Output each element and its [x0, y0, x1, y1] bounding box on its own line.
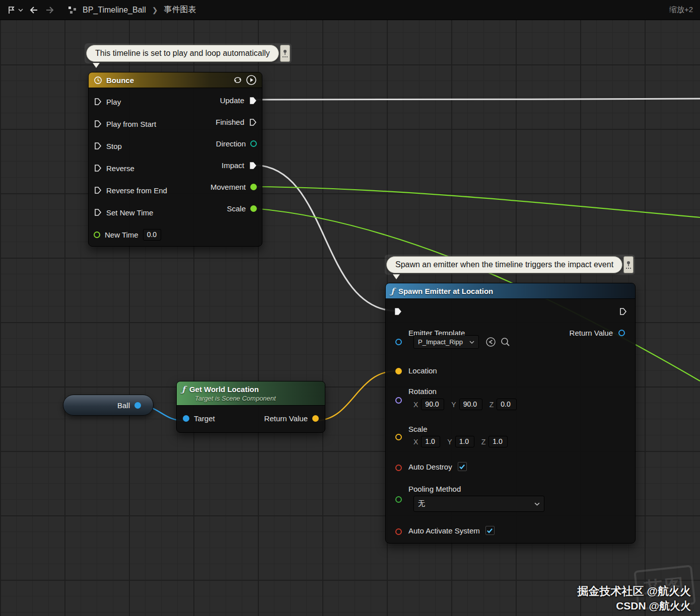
exec-in-pin[interactable] — [394, 307, 402, 316]
target-label: Target — [194, 414, 215, 423]
pin-label: Play from Start — [106, 120, 156, 128]
pin-label: Direction — [216, 139, 246, 148]
input-row-play-from-start: Play from Start — [94, 113, 167, 135]
rotation-fields: X 90.0 Y 90.0 Z 0.0 — [413, 399, 517, 410]
enum-pin-pooling-method[interactable] — [395, 496, 402, 503]
watermark-line2: CSDN @航火火 — [577, 599, 691, 613]
output-row-direction: Direction — [211, 133, 257, 155]
auto-destroy-checkbox[interactable] — [458, 462, 467, 471]
comment-pin-toggle[interactable] — [623, 256, 634, 273]
object-pin-return-value[interactable] — [618, 330, 625, 336]
scale-label: Scale — [408, 425, 428, 433]
rotator-pin-rotation[interactable] — [395, 397, 402, 404]
auto-destroy-row: Auto Destroy — [408, 462, 467, 471]
gwl-node-subtitle: Target is Scene Component — [182, 395, 276, 402]
bool-pin-auto-activate[interactable] — [395, 528, 402, 535]
browse-asset-icon[interactable] — [500, 337, 511, 347]
comment-dots-icon — [283, 56, 288, 57]
caret-down-icon — [18, 8, 23, 12]
vector-pin-return-value[interactable] — [312, 415, 319, 422]
breadcrumb-root[interactable]: BP_Timeline_Ball — [83, 6, 146, 15]
spawn-emitter-node[interactable]: ƒ Spawn Emitter at Location Emitter Temp… — [385, 283, 636, 544]
vector-pin-scale[interactable] — [395, 434, 402, 440]
exec-pin-play-from-start[interactable] — [94, 120, 102, 128]
back-arrow-button[interactable] — [28, 5, 39, 15]
vector-pin-location[interactable] — [395, 368, 402, 374]
axis-x-label: X — [413, 438, 418, 446]
output-row-impact: Impact — [211, 155, 257, 176]
check-icon — [459, 464, 465, 470]
input-row-reverse-from-end: Reverse from End — [94, 179, 167, 201]
pooling-method-dropdown[interactable]: 无 — [413, 496, 544, 512]
object-pin-emitter-template[interactable] — [395, 339, 402, 345]
enum-pin-direction[interactable] — [250, 140, 257, 147]
new-time-field[interactable]: 0.0 — [143, 229, 161, 241]
pin-label: Set New Time — [106, 208, 153, 217]
pin-label: Stop — [106, 142, 122, 150]
comment-spawn[interactable]: Spawn an emitter when the timeline trigg… — [385, 255, 635, 275]
exec-pin-impact[interactable] — [249, 162, 257, 170]
emitter-template-value: P_Impact_Ripp — [418, 338, 463, 346]
comment-tail — [93, 63, 100, 68]
output-row-finished: Finished — [211, 111, 257, 133]
output-row-movement: Movement — [211, 176, 257, 198]
float-pin-movement[interactable] — [250, 184, 257, 190]
exec-pin-update[interactable] — [249, 97, 257, 105]
gwl-node-header[interactable]: ƒ Get World Location Target is Scene Com… — [177, 381, 325, 406]
bounce-node-title: Bounce — [106, 76, 134, 85]
scale-z-field[interactable]: 1.0 — [488, 436, 508, 447]
exec-pin-finished[interactable] — [249, 118, 257, 126]
watermark-line1: 掘金技术社区 @航火火 — [577, 584, 691, 599]
flag-icon — [7, 6, 16, 15]
input-row-new-time: New Time 0.0 — [94, 223, 167, 246]
output-row-update: Update — [211, 90, 257, 111]
forward-arrow-button[interactable] — [44, 5, 55, 15]
rotation-y-field[interactable]: 90.0 — [459, 399, 482, 410]
exec-pin-reverse-from-end[interactable] — [94, 186, 102, 194]
get-world-location-node[interactable]: ƒ Get World Location Target is Scene Com… — [176, 381, 325, 433]
scale-x-field[interactable]: 1.0 — [421, 436, 440, 447]
pin-label: Impact — [222, 161, 244, 170]
axis-y-label: Y — [451, 401, 456, 409]
axis-z-label: Z — [489, 401, 494, 409]
comment-timeline-text: This timeline is set to play and loop au… — [86, 45, 279, 62]
float-pin-new-time[interactable] — [94, 232, 100, 238]
spawn-node-header[interactable]: ƒ Spawn Emitter at Location — [386, 283, 635, 299]
bounce-inputs: Play Play from Start Stop Reverse Revers… — [94, 91, 167, 246]
rotation-x-field[interactable]: 90.0 — [421, 399, 444, 410]
graph-icon — [67, 6, 78, 15]
pooling-method-value: 无 — [418, 499, 425, 508]
comment-timeline[interactable]: This timeline is set to play and loop au… — [85, 43, 292, 63]
axis-x-label: X — [413, 401, 418, 409]
comment-dots-icon — [626, 268, 631, 269]
object-pin-ball[interactable] — [134, 402, 141, 409]
emitter-template-dropdown[interactable]: P_Impact_Ripp — [413, 335, 479, 349]
pushpin-icon — [283, 49, 288, 55]
input-row-play: Play — [94, 91, 167, 113]
auto-destroy-label: Auto Destroy — [408, 463, 452, 471]
pin-label: Update — [220, 96, 244, 105]
bounce-timeline-node[interactable]: Bounce Play Play from Start Stop — [88, 72, 262, 247]
check-icon — [486, 527, 493, 534]
exec-pin-play[interactable] — [94, 98, 102, 106]
float-pin-scale[interactable] — [250, 205, 257, 212]
comment-pin-toggle[interactable] — [280, 45, 290, 62]
scale-y-field[interactable]: 1.0 — [455, 436, 474, 447]
ball-variable-node[interactable]: Ball — [63, 395, 154, 416]
exec-pin-reverse[interactable] — [94, 164, 102, 172]
exec-out-pin[interactable] — [619, 307, 627, 316]
breadcrumb-separator: ❯ — [151, 6, 159, 14]
breadcrumb-page[interactable]: 事件图表 — [164, 5, 196, 15]
debug-object-button[interactable] — [7, 6, 23, 15]
return-value-label: Return Value — [570, 329, 613, 337]
rotation-z-field[interactable]: 0.0 — [497, 399, 517, 410]
pin-label: Scale — [227, 204, 246, 213]
bounce-node-header[interactable]: Bounce — [89, 72, 262, 88]
use-selected-asset-icon[interactable] — [485, 337, 496, 347]
exec-pin-stop[interactable] — [94, 142, 102, 150]
auto-activate-checkbox[interactable] — [485, 526, 495, 535]
bool-pin-auto-destroy[interactable] — [395, 465, 402, 471]
object-pin-target[interactable] — [183, 415, 189, 422]
bounce-outputs: Update Finished Direction Impact Movemen… — [211, 90, 257, 219]
exec-pin-set-new-time[interactable] — [94, 208, 102, 216]
